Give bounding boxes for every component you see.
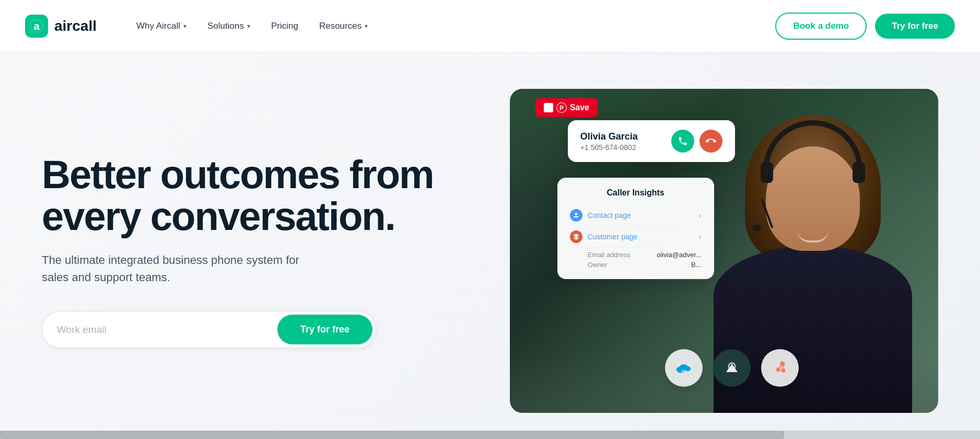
hero-title: Better outcomes from every conversation. (42, 154, 505, 237)
hero-section: Better outcomes from every conversation.… (0, 52, 980, 439)
owner-label: Owner (588, 261, 608, 269)
book-demo-button[interactable]: Book a demo (775, 13, 867, 40)
brand-name: aircall (54, 18, 97, 34)
save-badge-label: Save (570, 103, 589, 112)
hero-right: P Save Olivia Garcia +1 505-674-0802 (526, 89, 938, 413)
nav-resources-label: Resources (319, 21, 361, 31)
work-email-input[interactable] (57, 324, 277, 336)
nav-resources-chevron: ▾ (365, 22, 368, 30)
nav-solutions-chevron: ▾ (247, 22, 250, 30)
customer-page-icon (570, 230, 582, 243)
svg-text:SF: SF (682, 369, 687, 374)
contact-page-row[interactable]: Contact page › (570, 205, 702, 226)
call-buttons (671, 130, 722, 153)
nav-links: Why Aircall ▾ Solutions ▾ Pricing Resour… (128, 17, 775, 36)
hero-subtitle: The ultimate integrated business phone s… (42, 251, 505, 286)
horizontal-scrollbar[interactable] (0, 431, 980, 439)
integrations-row: SF (665, 349, 799, 387)
salesforce-integration-icon[interactable]: SF (665, 349, 703, 387)
logo-icon: a (25, 15, 48, 38)
nav-why-aircall-chevron: ▾ (183, 22, 186, 30)
zendesk-integration-icon[interactable] (713, 349, 751, 387)
save-badge-icon: P (556, 102, 567, 113)
hero-left: Better outcomes from every conversation.… (42, 154, 526, 349)
nav-why-aircall[interactable]: Why Aircall ▾ (128, 17, 195, 36)
decline-call-button[interactable] (699, 130, 722, 153)
customer-page-row[interactable]: Customer page › (570, 226, 702, 248)
nav-solutions[interactable]: Solutions ▾ (199, 17, 259, 36)
nav-actions: Book a demo Try for free (775, 13, 955, 40)
caller-name: Olivia Garcia (580, 131, 662, 142)
hero-try-free-button[interactable]: Try for free (277, 315, 372, 344)
hubspot-integration-icon[interactable] (761, 349, 799, 387)
owner-value: B... (691, 261, 702, 269)
svg-point-4 (575, 213, 577, 215)
caller-phone: +1 505-674-0802 (580, 143, 662, 152)
customer-page-label: Customer page (588, 233, 694, 241)
contact-page-label: Contact page (588, 211, 694, 220)
customer-page-arrow: › (699, 233, 702, 241)
call-info: Olivia Garcia +1 505-674-0802 (580, 131, 662, 152)
scrollbar-thumb[interactable] (0, 431, 784, 439)
nav-pricing[interactable]: Pricing (263, 17, 307, 36)
svg-text:a: a (33, 20, 40, 32)
nav-try-free-button[interactable]: Try for free (875, 14, 955, 39)
nav-pricing-label: Pricing (271, 21, 298, 31)
nav-resources[interactable]: Resources ▾ (311, 17, 376, 36)
hero-title-text: Better outcomes from every conversation. (42, 152, 434, 238)
accept-call-button[interactable] (671, 130, 694, 153)
svg-text:P: P (559, 105, 564, 112)
contact-page-icon (570, 209, 582, 222)
call-card: Olivia Garcia +1 505-674-0802 (568, 120, 735, 162)
save-badge[interactable]: P Save (535, 98, 598, 117)
email-value: olivia@adver... (657, 251, 701, 259)
email-label: Email address (588, 251, 631, 259)
nav-why-aircall-label: Why Aircall (136, 21, 180, 31)
owner-row: Owner B... (588, 261, 702, 269)
nav-solutions-label: Solutions (207, 21, 244, 31)
hero-email-form: Try for free (42, 311, 376, 348)
email-row: Email address olivia@adver... (588, 251, 702, 259)
navbar: a aircall Why Aircall ▾ Solutions ▾ Pric… (0, 0, 980, 52)
phone-ui-container: P Save Olivia Garcia +1 505-674-0802 (526, 89, 938, 413)
insight-details: Email address olivia@adver... Owner B... (570, 251, 702, 269)
contact-page-arrow: › (699, 211, 702, 220)
caller-insights-card: Caller Insights Contact page › Customer … (557, 178, 714, 279)
logo[interactable]: a aircall (25, 15, 97, 38)
insights-title: Caller Insights (570, 188, 702, 198)
